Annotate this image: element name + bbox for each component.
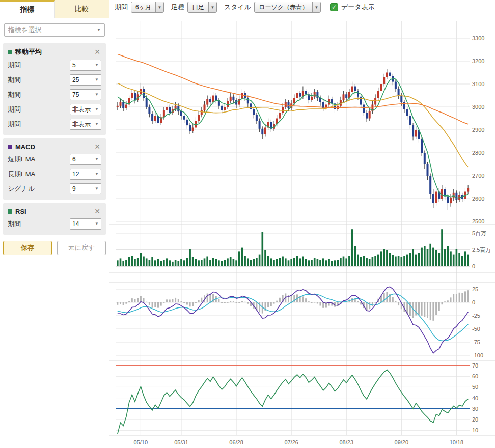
svg-text:2600: 2600: [472, 195, 484, 202]
chart-area: 05/1005/3106/2807/2608/2309/2010/1833003…: [109, 14, 495, 448]
reset-button[interactable]: 元に戻す: [57, 241, 106, 255]
macd-signal-select[interactable]: 9▼: [70, 183, 101, 194]
section-title: 移動平均: [15, 47, 93, 57]
bartype-value: 日足: [188, 2, 208, 12]
chevron-down-icon: ▼: [155, 2, 163, 12]
row-label: 期間: [8, 105, 21, 114]
select-value: 14: [72, 220, 79, 228]
row-label: 期間: [8, 61, 21, 70]
moving-average-layer: [118, 54, 468, 198]
ma-period-3-select[interactable]: 75▼: [70, 89, 101, 100]
sidebar-tabs: 指標 比較: [0, 0, 109, 18]
tab-compare[interactable]: 比較: [55, 0, 109, 18]
svg-text:5百万: 5百万: [472, 230, 486, 236]
svg-text:05/31: 05/31: [174, 439, 188, 445]
indicator-select[interactable]: 指標を選択 ▼: [4, 23, 105, 37]
indicator-select-value: 指標を選択: [8, 25, 41, 35]
svg-text:-75: -75: [472, 339, 480, 345]
section-title: MACD: [15, 143, 93, 151]
ma-period-1-select[interactable]: 5▼: [70, 60, 101, 71]
svg-text:10: 10: [472, 427, 478, 433]
style-select[interactable]: ローソク（赤青） ▼: [254, 2, 321, 13]
bartype-label: 足種: [171, 3, 184, 12]
select-value: 6: [72, 156, 76, 163]
svg-text:07/26: 07/26: [284, 439, 298, 445]
macd-layer: [117, 287, 469, 353]
row-label: 期間: [8, 120, 21, 129]
svg-text:09/20: 09/20: [395, 439, 409, 445]
ma-period-5-select[interactable]: 非表示▼: [70, 119, 101, 130]
svg-text:2.5百万: 2.5百万: [472, 247, 491, 253]
svg-text:05/10: 05/10: [134, 439, 148, 445]
close-icon[interactable]: ✕: [93, 48, 101, 56]
chevron-down-icon: ▼: [95, 107, 99, 111]
macd-slow-ema-select[interactable]: 12▼: [70, 169, 101, 180]
svg-text:0: 0: [472, 299, 475, 305]
svg-text:2500: 2500: [472, 218, 484, 225]
data-display-checkbox[interactable]: ✓: [330, 3, 338, 11]
svg-text:3200: 3200: [472, 58, 484, 64]
row-label: 期間: [8, 90, 21, 99]
row-label: 期間: [8, 75, 21, 85]
rsi-layer: [116, 366, 470, 434]
bartype-select[interactable]: 日足 ▼: [187, 2, 217, 13]
chevron-down-icon: ▼: [312, 2, 320, 12]
row-label: 期間: [8, 219, 21, 229]
svg-text:3000: 3000: [472, 104, 484, 110]
ma-color-swatch: [8, 50, 12, 54]
close-icon[interactable]: ✕: [93, 207, 101, 215]
svg-text:3300: 3300: [472, 35, 484, 41]
chevron-down-icon: ▼: [95, 187, 99, 191]
style-value: ローソク（赤青）: [255, 2, 312, 12]
chevron-down-icon: ▼: [208, 2, 216, 12]
ma-period-4-select[interactable]: 非表示▼: [70, 104, 101, 115]
select-value: 5: [72, 62, 76, 69]
rsi-period-select[interactable]: 14▼: [70, 218, 101, 230]
period-select[interactable]: 6ヶ月 ▼: [131, 2, 164, 13]
rsi-color-swatch: [8, 209, 12, 214]
select-value: 75: [72, 91, 79, 98]
chart-toolbar: 期間 6ヶ月 ▼ 足種 日足 ▼ スタイル ローソク（赤青） ▼ ✓ データ表示: [109, 0, 495, 14]
svg-text:25: 25: [472, 286, 478, 292]
chart-canvas[interactable]: 05/1005/3106/2807/2608/2309/2010/1833003…: [109, 14, 495, 448]
select-value: 12: [72, 171, 79, 178]
select-value: 25: [72, 76, 79, 83]
select-value: 非表示: [72, 105, 91, 114]
data-display-label: データ表示: [341, 3, 375, 12]
chevron-down-icon: ▼: [95, 222, 99, 226]
svg-text:50: 50: [472, 384, 478, 390]
chevron-down-icon: ▼: [95, 78, 99, 82]
svg-text:3100: 3100: [472, 81, 484, 87]
svg-text:30: 30: [472, 406, 478, 412]
svg-text:20: 20: [472, 416, 478, 423]
svg-text:-50: -50: [472, 326, 480, 332]
svg-text:70: 70: [472, 362, 478, 369]
chevron-down-icon: ▼: [95, 63, 99, 67]
grid-layer: [109, 21, 495, 435]
chevron-down-icon: ▼: [95, 122, 99, 126]
row-label: 短期EMA: [8, 155, 35, 164]
app-window: 指標 比較 指標を選択 ▼ 移動平均 ✕ 期間 5▼ 期間 25▼ 期間 75▼…: [0, 0, 495, 448]
svg-text:60: 60: [472, 373, 478, 379]
close-icon[interactable]: ✕: [93, 143, 101, 151]
candlestick-layer: [117, 69, 469, 210]
save-button[interactable]: 保存: [3, 241, 52, 255]
volume-layer: [117, 229, 469, 266]
macd-fast-ema-select[interactable]: 6▼: [70, 154, 101, 165]
chevron-down-icon: ▼: [97, 28, 101, 32]
indicator-section-rsi: RSI ✕ 期間 14▼: [3, 203, 106, 235]
period-label: 期間: [115, 3, 128, 12]
indicator-section-macd: MACD ✕ 短期EMA 6▼ 長期EMA 12▼ シグナル 9▼: [3, 138, 106, 200]
select-value: 9: [72, 185, 76, 192]
svg-text:06/28: 06/28: [229, 439, 243, 445]
indicator-sidebar: 指標 比較 指標を選択 ▼ 移動平均 ✕ 期間 5▼ 期間 25▼ 期間 75▼…: [0, 0, 109, 448]
chevron-down-icon: ▼: [95, 157, 99, 161]
section-title: RSI: [15, 208, 93, 215]
check-icon: ✓: [332, 4, 337, 11]
svg-text:10/18: 10/18: [450, 439, 464, 445]
tab-indicators[interactable]: 指標: [0, 0, 55, 18]
row-label: シグナル: [8, 184, 35, 193]
ma-period-2-select[interactable]: 25▼: [70, 74, 101, 86]
chevron-down-icon: ▼: [95, 172, 99, 176]
chart-main: 期間 6ヶ月 ▼ 足種 日足 ▼ スタイル ローソク（赤青） ▼ ✓ データ表示…: [109, 0, 495, 448]
